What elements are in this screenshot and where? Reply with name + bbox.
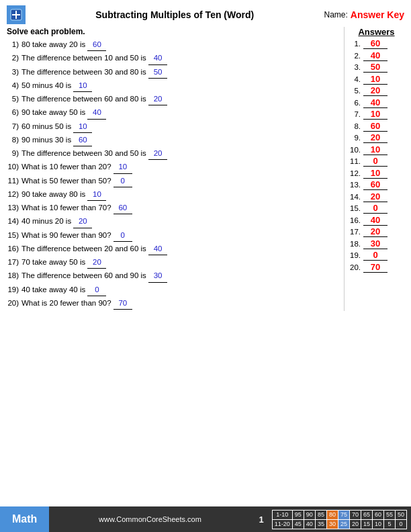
answer-value: 10	[363, 144, 387, 155]
problem-row: 16)The difference between 20 and 60 is 4…	[7, 243, 340, 255]
answer-blank: 10	[113, 161, 132, 173]
answer-row: 13.60	[349, 179, 404, 190]
problem-text: The difference between 60 and 90 is 30	[21, 270, 340, 282]
answer-row: 8.60	[349, 121, 404, 132]
answer-blank: 20	[73, 216, 92, 228]
problem-text: The difference between 60 and 80 is 20	[21, 93, 340, 105]
name-label: Name:	[324, 10, 348, 19]
problem-text: 90 take away 50 is 40	[21, 107, 340, 119]
problem-number: 20)	[7, 298, 21, 309]
answer-num: 18.	[349, 240, 363, 248]
answers-panel: Answers 1.602.403.504.105.206.407.108.60…	[344, 27, 404, 311]
answers-title: Answers	[349, 27, 404, 37]
answer-key-label: Answer Key	[351, 9, 404, 20]
answer-value: 60	[363, 179, 387, 190]
problem-number: 7)	[7, 121, 21, 132]
problem-number: 17)	[7, 257, 21, 268]
answer-row: 1.60	[349, 38, 404, 49]
answer-blank: 20	[148, 93, 167, 105]
problem-number: 5)	[7, 93, 21, 105]
page-title: Subtracting Multiples of Ten (Word)	[31, 9, 319, 20]
answer-value: 20	[363, 132, 387, 143]
footer-table: 1-109590858075706560555011-2045403530252…	[272, 510, 407, 529]
answer-value: 20	[363, 226, 387, 237]
problem-text: The difference between 30 and 50 is 20	[21, 148, 340, 160]
problem-number: 4)	[7, 80, 21, 91]
answer-num: 6.	[349, 99, 363, 107]
answer-num: 16.	[349, 216, 363, 224]
problem-number: 11)	[7, 175, 21, 187]
problem-row: 17)70 take away 50 is 20	[7, 257, 340, 269]
answer-value: 10	[363, 74, 387, 85]
footer-stat-cell: 50	[395, 510, 406, 519]
problem-row: 1)80 take away 20 is 60	[7, 39, 340, 51]
problem-text: 40 take away 40 is 0	[21, 284, 340, 296]
answer-blank: 10	[73, 80, 92, 92]
problem-row: 12)90 take away 80 is 10	[7, 189, 340, 201]
answer-value: 60	[363, 38, 387, 49]
answer-row: 17.20	[349, 226, 404, 237]
answer-num: 10.	[349, 146, 363, 154]
answer-row: 14.20	[349, 191, 404, 202]
answer-blank: 20	[87, 257, 106, 269]
answer-blank: 0	[113, 230, 132, 242]
problem-row: 14)40 minus 20 is 20	[7, 216, 340, 228]
answer-row: 19.0	[349, 250, 404, 261]
answer-value: 20	[363, 191, 387, 202]
problem-row: 18)The difference between 60 and 90 is 3…	[7, 270, 340, 282]
problem-text: What is 10 fewer than 70? 60	[21, 202, 340, 214]
answer-blank: 40	[148, 243, 167, 255]
footer-stat-cell: 40	[304, 519, 315, 529]
problem-number: 8)	[7, 134, 21, 146]
problem-number: 10)	[7, 161, 21, 173]
answer-num: 2.	[349, 52, 363, 60]
footer-stat-cell: 90	[304, 510, 315, 519]
problem-row: 13)What is 10 fewer than 70? 60	[7, 202, 340, 214]
problem-row: 10)What is 10 fewer than 20? 10	[7, 161, 340, 173]
answer-row: 3.50	[349, 62, 404, 73]
answer-row: 7.10	[349, 109, 404, 120]
answer-value: 60	[363, 121, 387, 132]
problem-row: 11)What is 50 fewer than 50? 0	[7, 175, 340, 187]
problem-text: What is 50 fewer than 50? 0	[21, 175, 340, 187]
problem-number: 6)	[7, 107, 21, 118]
problem-row: 9)The difference between 30 and 50 is 20	[7, 148, 340, 160]
footer-range: 1-10	[272, 510, 292, 519]
answer-num: 19.	[349, 251, 363, 259]
answer-row: 5.20	[349, 85, 404, 96]
answer-num: 8.	[349, 122, 363, 130]
answer-num: 7.	[349, 110, 363, 118]
answer-row: 12.10	[349, 168, 404, 179]
problem-row: 8)90 minus 30 is 60	[7, 134, 340, 146]
answer-blank: 10	[87, 189, 106, 201]
footer-stat-cell: 45	[292, 519, 304, 529]
problem-text: The difference between 30 and 80 is 50	[21, 66, 340, 79]
problem-number: 14)	[7, 216, 21, 227]
answer-num: 11.	[349, 157, 363, 165]
answer-value: 10	[363, 168, 387, 179]
answer-value: 0	[363, 203, 387, 214]
answer-row: 16.40	[349, 215, 404, 226]
answer-value: 70	[363, 262, 387, 273]
problem-row: 7)60 minus 50 is 10	[7, 121, 340, 133]
problem-row: 6)90 take away 50 is 40	[7, 107, 340, 119]
answer-num: 13.	[349, 181, 363, 189]
answer-row: 10.10	[349, 144, 404, 155]
problem-text: 90 minus 30 is 60	[21, 134, 340, 146]
problem-text: What is 20 fewer than 90? 70	[21, 298, 340, 310]
answer-row: 6.40	[349, 97, 404, 108]
answer-value: 40	[363, 97, 387, 108]
problem-number: 19)	[7, 284, 21, 296]
problem-number: 12)	[7, 189, 21, 200]
answer-blank: 30	[148, 270, 167, 282]
answer-row: 18.30	[349, 238, 404, 249]
answer-value: 50	[363, 62, 387, 73]
problem-text: What is 10 fewer than 20? 10	[21, 161, 340, 173]
footer-stat-cell: 10	[372, 519, 383, 529]
header-icon	[7, 5, 26, 24]
footer-stat-cell: 5	[383, 519, 395, 529]
answer-num: 3.	[349, 63, 363, 71]
footer-stat-cell: 75	[338, 510, 349, 519]
problem-row: 5)The difference between 60 and 80 is 20	[7, 93, 340, 105]
answer-value: 20	[363, 85, 387, 96]
